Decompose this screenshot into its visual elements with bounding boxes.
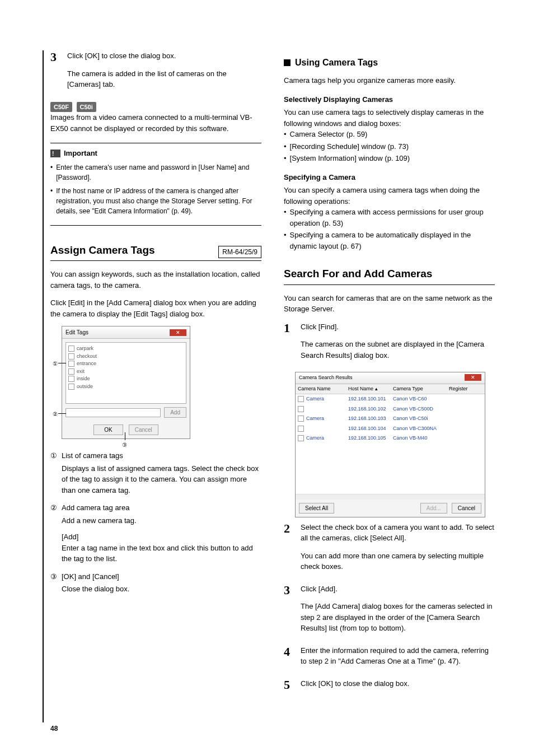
important-box: Important Enter the camera's user name a…: [50, 143, 261, 226]
tag-item[interactable]: checkout: [68, 353, 184, 361]
assign-heading-row: Assign Camera Tags RM-64/25/9: [50, 242, 261, 262]
callout-1: ①: [53, 360, 58, 368]
col-host-name[interactable]: Host Name ▴: [348, 385, 393, 393]
rm-badge: RM-64/25/9: [218, 246, 261, 258]
cancel-button[interactable]: Cancel: [452, 503, 481, 514]
list-item: Specifying a camera with access permissi…: [290, 207, 495, 228]
step-main-text: Enter the information required to add th…: [301, 645, 495, 667]
tag-item[interactable]: exit: [68, 368, 184, 376]
right-column: Using Camera Tags Camera tags help you o…: [284, 50, 495, 700]
table-row[interactable]: Camera192.168.100.103Canon VB-C50i: [296, 414, 485, 424]
col-camera-name[interactable]: Camera Name: [298, 385, 348, 393]
selective-heading: Selectively Displaying Cameras: [284, 94, 495, 105]
def-term: [OK] and [Cancel]: [62, 571, 119, 582]
col-camera-type[interactable]: Camera Type: [393, 385, 449, 393]
scrollbar[interactable]: [296, 494, 485, 500]
callout-line: [125, 432, 125, 440]
tag-list[interactable]: carpark checkout entrance exit inside ou…: [65, 342, 186, 404]
step-main-text: Click [Find].: [301, 321, 495, 333]
callout-line: [58, 363, 66, 363]
spec-heading: Specifying a Camera: [284, 172, 495, 183]
step-number: 4: [284, 645, 295, 674]
tag-item[interactable]: inside: [68, 375, 184, 383]
assign-heading: Assign Camera Tags: [50, 242, 155, 259]
callout-2: ②: [53, 410, 58, 418]
step-main-text: Click [OK] to close the dialog box.: [67, 50, 261, 62]
search-step-4: 4 Enter the information required to add …: [284, 645, 495, 674]
dialog-title: Camera Search Results: [299, 374, 353, 382]
def-num: ②: [50, 502, 58, 514]
spec-lead: You can specify a camera using camera ta…: [284, 185, 495, 207]
select-all-button[interactable]: Select All: [299, 503, 334, 514]
close-icon[interactable]: ✕: [465, 374, 481, 381]
square-bullet-icon: [284, 59, 291, 66]
tag-item[interactable]: entrance: [68, 360, 184, 368]
step-main-text: Click [Add].: [301, 584, 495, 595]
close-icon[interactable]: ✕: [170, 329, 186, 336]
step-number: 3: [284, 584, 295, 641]
search-step-1: 1 Click [Find]. The cameras on the subne…: [284, 321, 495, 368]
left-column: 3 Click [OK] to close the dialog box. Th…: [50, 50, 261, 700]
add-button[interactable]: Add: [164, 407, 186, 418]
step-number: 1: [284, 321, 295, 368]
edit-tags-figure: ① ② ③ Edit Tags ✕ carpark checkout entra…: [62, 326, 261, 439]
search-intro: You can search for cameras that are on t…: [284, 293, 495, 315]
callout-line: [58, 413, 66, 414]
def-subdesc: Enter a tag name in the text box and cli…: [62, 543, 261, 564]
def-desc: Displays a list of assigned camera tags.…: [62, 463, 261, 496]
list-item: Specifying a camera to be automatically …: [290, 230, 495, 251]
page-number: 48: [50, 724, 58, 734]
step-number: 5: [284, 678, 295, 696]
def-num: ③: [50, 571, 58, 582]
col-register[interactable]: Register: [449, 385, 477, 393]
step-sub-text: You can add more than one camera by sele…: [301, 550, 495, 572]
tag-item[interactable]: carpark: [68, 345, 184, 353]
step-sub-text: The cameras on the subnet are displayed …: [301, 339, 495, 361]
tag-item[interactable]: outside: [68, 383, 184, 391]
step-sub-text: The [Add Camera] dialog boxes for the ca…: [301, 601, 495, 634]
add-tag-input[interactable]: [65, 408, 161, 417]
table-row[interactable]: Camera192.168.100.101Canon VB-C60: [296, 394, 485, 404]
def-desc: Add a new camera tag.: [62, 515, 261, 526]
cancel-button[interactable]: Cancel: [129, 424, 158, 435]
search-step-5: 5 Click [OK] to close the dialog box.: [284, 678, 495, 696]
table-row[interactable]: 192.168.100.104Canon VB-C300NA: [296, 424, 485, 434]
spec-list: •Specifying a camera with access permiss…: [284, 207, 495, 251]
callout-3: ③: [122, 441, 127, 449]
step-sub-text: The camera is added in the list of camer…: [67, 68, 261, 90]
def-term: Add camera tag area: [62, 502, 129, 514]
def-subterm: [Add]: [62, 531, 261, 543]
add-button[interactable]: Add...: [420, 503, 447, 514]
assign-p2: Click [Edit] in the [Add Camera] dialog …: [50, 297, 261, 319]
search-heading: Search For and Add Cameras: [284, 266, 432, 282]
badge-c50i: C50i: [77, 102, 96, 113]
assign-p1: You can assign keywords, such as the ins…: [50, 269, 261, 291]
camera-search-results-dialog: Camera Search Results ✕ Camera Name Host…: [295, 372, 485, 517]
step-main-text: Select the check box of a camera you wan…: [301, 522, 495, 544]
ok-button[interactable]: OK: [93, 424, 123, 435]
dialog-title: Edit Tags: [65, 328, 88, 337]
list-item: [System Information] window (p. 109): [290, 153, 410, 164]
definitions: ①List of camera tags Displays a list of …: [50, 450, 261, 595]
table-header: Camera Name Host Name ▴ Camera Type Regi…: [296, 384, 485, 395]
important-item: If the host name or IP address of the ca…: [56, 186, 261, 216]
multiterminal-note: Images from a video camera connected to …: [50, 112, 261, 134]
important-icon: [50, 150, 60, 157]
left-margin-rule: [43, 50, 44, 722]
edit-tags-dialog: Edit Tags ✕ carpark checkout entrance ex…: [62, 326, 190, 439]
using-tags-heading: Using Camera Tags: [295, 56, 378, 69]
search-heading-row: Search For and Add Cameras: [284, 266, 495, 285]
model-badges: C50F C50i: [50, 101, 261, 113]
using-tags-intro: Camera tags help you organize cameras mo…: [284, 75, 495, 86]
list-item: Camera Selector (p. 59): [290, 129, 368, 140]
step-number: 3: [50, 50, 62, 97]
search-step-2: 2 Select the check box of a camera you w…: [284, 522, 495, 579]
table-row[interactable]: 192.168.100.102Canon VB-C500D: [296, 404, 485, 414]
table-row[interactable]: Camera192.168.100.105Canon VB-M40: [296, 433, 485, 444]
badge-c50f: C50F: [50, 102, 72, 113]
step-3: 3 Click [OK] to close the dialog box. Th…: [50, 50, 261, 97]
def-desc: Close the dialog box.: [62, 584, 261, 595]
step-main-text: Click [OK] to close the dialog box.: [301, 678, 495, 689]
list-item: [Recording Schedule] window (p. 73): [290, 141, 409, 152]
selective-list: •Camera Selector (p. 59) •[Recording Sch…: [284, 129, 495, 164]
